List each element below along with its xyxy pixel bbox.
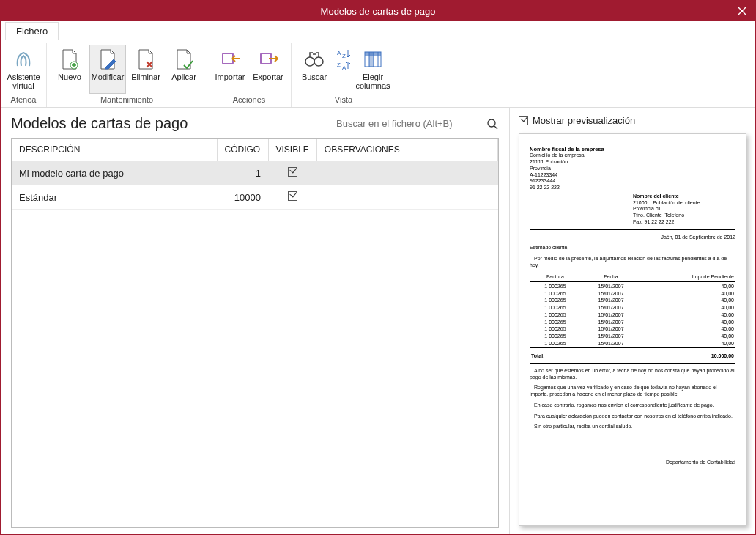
svg-rect-8: [223, 54, 232, 63]
pv-client-line: Fax. 91 22 22 222: [633, 219, 735, 226]
search-input[interactable]: [335, 117, 481, 130]
col-observaciones[interactable]: OBSERVACIONES: [316, 139, 497, 161]
pv-company-line: 91 22 22 222: [530, 185, 735, 191]
ribbon-label: Nuevo: [58, 73, 81, 92]
pv-table-row: 1 00026515/01/200740,00: [530, 305, 735, 312]
visible-checkbox[interactable]: [288, 167, 297, 177]
page-title: Modelos de cartas de pago: [11, 115, 188, 132]
pv-company-line: A-11223344: [530, 172, 735, 179]
preview-document: Nombre fiscal de la empresa Domicilio de…: [519, 133, 746, 526]
tab-fichero[interactable]: Fichero: [5, 22, 59, 40]
col-codigo[interactable]: CÓDIGO: [217, 139, 268, 161]
cell-codigo: 10000: [217, 185, 268, 210]
left-pane: Modelos de cartas de pago DESCRIPCIÓN CÓ…: [1, 108, 509, 535]
pv-company-line: Provincia: [530, 166, 735, 172]
cell-observaciones: [316, 185, 497, 210]
ribbon-group-mantenimiento: Nuevo Modificar Eliminar Aplicar: [47, 43, 207, 107]
pv-company-line: 21111 Población: [530, 159, 735, 166]
ribbon-label: Aplicar: [171, 73, 196, 92]
pv-total-label: Total:: [531, 353, 545, 360]
titlebar: Modelos de cartas de pago: [1, 1, 755, 21]
pv-client-line: Provincia cli: [633, 206, 735, 213]
pv-table-row: 1 00026515/01/200740,00: [530, 319, 735, 326]
pv-table-row: 1 00026515/01/200740,00: [530, 333, 735, 341]
ribbon-label: Importar: [215, 73, 245, 92]
table-row[interactable]: Mi modelo carta de pago1: [12, 161, 498, 185]
ribbon-group-label: Atenea: [11, 95, 37, 106]
svg-rect-20: [369, 52, 374, 67]
atenea-icon: [12, 48, 35, 71]
ribbon-group-atenea: Asistente virtual Atenea: [1, 43, 47, 107]
pv-paragraph: Rogamos que una vez verificado y en caso…: [530, 385, 735, 398]
col-descripcion[interactable]: DESCRIPCIÓN: [12, 139, 217, 161]
aplicar-button[interactable]: Aplicar: [166, 45, 202, 94]
search-icon[interactable]: [486, 117, 499, 130]
close-button[interactable]: [733, 2, 751, 20]
close-icon: [737, 6, 747, 16]
pv-table-row: 1 00026515/01/200740,00: [530, 311, 735, 319]
pv-th-fecha: Fecha: [581, 273, 641, 281]
pv-paragraph: Sin otro particular, reciba un cordial s…: [530, 424, 735, 430]
binoculars-icon: [303, 48, 326, 71]
data-grid[interactable]: DESCRIPCIÓN CÓDIGO VISIBLE OBSERVACIONES…: [11, 138, 499, 528]
table-header-row: DESCRIPCIÓN CÓDIGO VISIBLE OBSERVACIONES: [12, 139, 498, 161]
cell-descripcion: Estándar: [12, 185, 217, 210]
elegir-columnas-button[interactable]: Elegir columnas: [355, 45, 391, 94]
pv-company-line: Domicilio de la empresa: [530, 152, 735, 159]
importar-button[interactable]: Importar: [212, 45, 248, 94]
preview-checkbox[interactable]: [519, 116, 528, 125]
ribbon-group-vista: Buscar AZ ZA Elegir columnas Vista: [292, 43, 396, 107]
ribbon-group-label: Vista: [335, 95, 352, 106]
ribbon-label: Exportar: [253, 73, 284, 92]
ribbon-label: Eliminar: [131, 73, 160, 92]
sort-icon: AZ ZA: [336, 48, 351, 71]
apply-document-icon: [172, 48, 196, 71]
eliminar-button[interactable]: Eliminar: [127, 45, 164, 94]
export-icon: [256, 48, 280, 71]
pv-company-name: Nombre fiscal de la empresa: [530, 146, 735, 152]
pv-date: Jaén, 01 de Septiembre de 2012: [530, 235, 735, 241]
pv-intro: Por medio de la presente, le adjuntamos …: [530, 256, 735, 269]
svg-text:A: A: [342, 64, 346, 70]
pv-table-row: 1 00026515/01/200740,00: [530, 283, 735, 290]
pv-th-factura: Factura: [530, 273, 581, 281]
pv-company-line: 912233444: [530, 178, 735, 185]
ribbon-label: Buscar: [302, 73, 327, 92]
pv-paragraph: En caso contrario, rogamos nos envíen el…: [530, 402, 735, 409]
pv-th-importe: Importe Pendiente: [641, 273, 735, 281]
table-row[interactable]: Estándar10000: [12, 185, 498, 210]
pv-client-line: 21000 Población del cliente: [633, 200, 735, 207]
pv-client-line: Tfno. Cliente_Telefono: [633, 213, 735, 219]
buscar-button[interactable]: Buscar: [296, 45, 333, 94]
exportar-button[interactable]: Exportar: [250, 45, 286, 94]
svg-point-24: [488, 119, 495, 127]
ribbon-label: Modificar: [92, 73, 125, 92]
visible-checkbox[interactable]: [288, 191, 297, 201]
import-icon: [218, 48, 242, 71]
right-pane: Mostrar previsualización Nombre fiscal d…: [509, 108, 755, 535]
columns-icon: [361, 48, 385, 71]
svg-line-25: [494, 126, 497, 129]
pv-paragraph: A no ser que estemos en un error, a fech…: [530, 368, 735, 381]
svg-point-12: [314, 57, 323, 66]
asistente-virtual-button[interactable]: Asistente virtual: [5, 45, 42, 94]
cell-descripcion: Mi modelo carta de pago: [12, 161, 217, 185]
ribbon-group-acciones: Importar Exportar Acciones: [207, 43, 292, 107]
svg-text:Z: Z: [342, 53, 346, 59]
ordenar-button[interactable]: AZ ZA: [334, 45, 353, 94]
pv-table-row: 1 00026515/01/200740,00: [530, 290, 735, 298]
new-document-icon: [58, 48, 81, 71]
preview-checkbox-label: Mostrar previsualización: [533, 115, 635, 126]
modificar-button[interactable]: Modificar: [89, 45, 126, 94]
edit-document-icon: [96, 48, 119, 71]
nuevo-button[interactable]: Nuevo: [51, 45, 88, 94]
preview-toggle-row: Mostrar previsualización: [519, 115, 746, 126]
ribbon: Asistente virtual Atenea Nuevo Modificar: [1, 40, 755, 108]
pv-greeting: Estimado cliente,: [530, 245, 735, 251]
pv-table-row: 1 00026515/01/200740,00: [530, 298, 735, 305]
cell-visible: [268, 161, 316, 185]
col-visible[interactable]: VISIBLE: [268, 139, 316, 161]
window-title: Modelos de cartas de pago: [321, 6, 436, 17]
pv-total-value: 10.000,00: [711, 353, 734, 360]
cell-codigo: 1: [217, 161, 268, 185]
